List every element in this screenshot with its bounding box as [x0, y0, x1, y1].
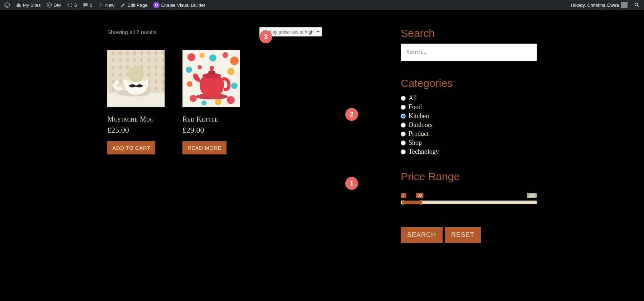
new-menu[interactable]: New	[95, 0, 117, 10]
category-label: Food	[409, 103, 422, 111]
wordpress-icon	[4, 2, 10, 8]
annotation-marker-1: 1	[345, 177, 358, 190]
svg-point-24	[227, 96, 235, 104]
svg-point-11	[187, 53, 195, 61]
svg-point-19	[187, 81, 192, 87]
category-item-food[interactable]: Food	[401, 103, 537, 112]
howdy-text[interactable]: Howdy, Christina Gwira	[571, 3, 619, 8]
results-bar: Showing all 2 results Sort by price: low…	[107, 27, 322, 36]
shop-sidebar: Search Categories All Food Kitchen Outdo…	[401, 27, 537, 301]
search-title: Search	[401, 27, 537, 39]
product-thumbnail[interactable]	[182, 50, 240, 107]
slider-max-label: 200	[527, 193, 537, 198]
plus-icon	[98, 2, 104, 8]
product-title: Mustache Mug	[107, 115, 165, 123]
filter-buttons: SEARCH RESET	[401, 227, 537, 243]
svg-point-22	[201, 100, 206, 105]
svg-point-12	[200, 53, 205, 58]
category-item-outdoors[interactable]: Outdoors	[401, 120, 537, 129]
category-radio[interactable]	[401, 105, 406, 110]
category-label: Technology	[409, 148, 439, 156]
category-radio[interactable]	[401, 123, 406, 128]
category-label: Product	[409, 130, 429, 138]
wp-admin-bar: My Sites Divi 3 0 New	[0, 0, 644, 10]
price-range-widget: Price Range 5 30 200	[401, 171, 537, 207]
svg-point-23	[215, 99, 221, 105]
price-range-title: Price Range	[401, 171, 537, 183]
my-sites-label: My Sites	[23, 3, 41, 8]
category-radio[interactable]	[401, 96, 406, 101]
category-item-all[interactable]: All	[401, 94, 537, 103]
site-icon	[47, 2, 52, 8]
category-item-kitchen[interactable]: Kitchen	[401, 112, 537, 120]
new-label: New	[105, 3, 114, 8]
reset-button[interactable]: RESET	[445, 227, 481, 243]
edit-page-label: Edit Page	[127, 3, 147, 8]
category-item-technology[interactable]: Technology	[401, 147, 537, 156]
visual-builder-menu[interactable]: D Enable Visual Builder	[150, 0, 208, 10]
comment-icon	[83, 2, 88, 8]
category-radio[interactable]	[401, 140, 406, 145]
search-icon[interactable]	[634, 2, 640, 8]
add-to-cart-button[interactable]: ADD TO CART	[107, 141, 155, 154]
category-label: Outdoors	[409, 121, 433, 129]
category-label: Shop	[409, 139, 422, 147]
category-radio[interactable]	[401, 149, 406, 154]
category-item-shop[interactable]: Shop	[401, 138, 537, 147]
product-grid: Mustache Mug £25.00 ADD TO CART	[107, 50, 322, 154]
category-list: All Food Kitchen Outdoors Product Shop T…	[401, 94, 537, 156]
svg-point-21	[190, 95, 197, 102]
avatar[interactable]	[621, 2, 628, 8]
read-more-button[interactable]: READ MORE	[182, 141, 226, 154]
svg-point-2	[635, 3, 638, 6]
product-card[interactable]: Red Kettle £29.00 READ MORE	[182, 50, 240, 154]
category-radio[interactable]	[401, 132, 406, 137]
annotation-marker-2: 2	[345, 108, 358, 121]
categories-widget: Categories All Food Kitchen Outdoors Pro…	[401, 77, 537, 156]
divi-icon: D	[153, 2, 160, 8]
price-slider[interactable]: 5 30 200	[401, 193, 537, 207]
slider-handle-high[interactable]	[420, 200, 422, 205]
category-item-product[interactable]: Product	[401, 129, 537, 138]
search-widget: Search	[401, 27, 537, 61]
slider-fill	[402, 201, 420, 204]
slider-handle-low[interactable]	[402, 200, 404, 205]
category-label: All	[409, 94, 417, 102]
product-card[interactable]: Mustache Mug £25.00 ADD TO CART	[107, 50, 165, 154]
visual-builder-label: Enable Visual Builder	[161, 3, 205, 8]
svg-point-9	[128, 66, 144, 82]
edit-page-menu[interactable]: Edit Page	[117, 0, 150, 10]
wp-logo[interactable]	[1, 0, 13, 10]
svg-point-14	[223, 52, 228, 58]
svg-point-17	[197, 65, 202, 69]
updates-menu[interactable]: 3	[64, 0, 80, 10]
site-name-label: Divi	[54, 3, 62, 8]
result-count-text: Showing all 2 results	[107, 29, 157, 35]
svg-point-16	[186, 66, 192, 73]
updates-count: 3	[74, 3, 77, 8]
svg-point-28	[210, 66, 214, 70]
comments-count: 0	[90, 3, 92, 8]
slider-bubble-low: 5	[401, 193, 406, 198]
comments-menu[interactable]: 0	[80, 0, 95, 10]
site-menu[interactable]: Divi	[44, 0, 64, 10]
product-thumbnail[interactable]	[107, 50, 165, 107]
svg-point-20	[231, 83, 238, 89]
category-radio[interactable]	[401, 114, 406, 119]
home-icon	[16, 2, 21, 8]
svg-point-13	[209, 54, 216, 61]
categories-title: Categories	[401, 77, 537, 89]
annotation-marker-3: 3	[259, 30, 272, 43]
svg-point-15	[230, 56, 239, 65]
product-price: £25.00	[107, 125, 165, 135]
search-input[interactable]	[401, 44, 537, 61]
slider-bubble-high: 30	[416, 193, 424, 198]
page-content: Showing all 2 results Sort by price: low…	[0, 10, 644, 301]
pencil-icon	[120, 2, 126, 8]
product-price: £29.00	[182, 125, 240, 135]
shop-main: Showing all 2 results Sort by price: low…	[107, 27, 322, 301]
svg-point-18	[227, 68, 234, 75]
search-button[interactable]: SEARCH	[401, 227, 443, 243]
my-sites-menu[interactable]: My Sites	[13, 0, 44, 10]
category-label: Kitchen	[409, 112, 429, 120]
